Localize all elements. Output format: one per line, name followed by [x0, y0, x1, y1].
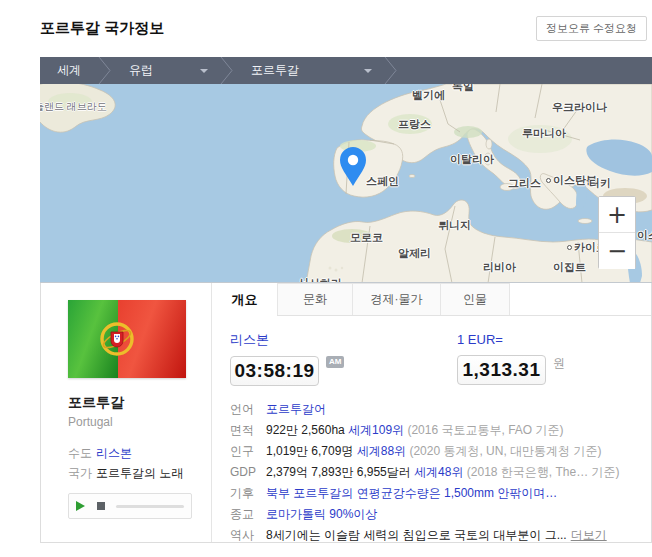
fact-text: (2018 한국은행, The… 기준): [463, 465, 619, 479]
meridiem-badge: AM: [326, 356, 344, 368]
map-label: 그리스: [508, 176, 541, 191]
tab-bar: 개요문화경제·물가인물: [212, 283, 651, 316]
map-label: 리비아: [483, 260, 516, 275]
breadcrumb-label: 세계: [57, 62, 81, 79]
fact-value: 로마가톨릭 90%이상: [266, 504, 377, 525]
zoom-in-button[interactable]: +: [599, 197, 635, 233]
map-label: 알제리: [398, 246, 431, 261]
audio-progress-bar[interactable]: [116, 505, 184, 508]
chevron-down-icon: [364, 69, 372, 73]
local-time-block: 리스본 03:58:19 AM: [230, 330, 457, 386]
country-overview-column: 개요문화경제·물가인물 리스본 03:58:19 AM 1 EUR= 1,313…: [211, 283, 651, 542]
fact-link[interactable]: 포르투갈어: [266, 402, 326, 416]
fact-value: 2,379억 7,893만 6,955달러 세계48위 (2018 한국은행, …: [266, 462, 620, 483]
fact-label: 역사: [230, 525, 266, 546]
exchange-rate-display: 1,313.31: [457, 355, 546, 385]
currency-unit: 원: [553, 355, 565, 372]
stop-button[interactable]: [97, 502, 105, 510]
country-meta: 수도리스본 국가포르투갈의 노래: [68, 443, 196, 483]
country-name-en: Portugal: [68, 415, 211, 429]
tab-culture[interactable]: 문화: [277, 283, 352, 315]
zoom-out-button[interactable]: −: [599, 233, 635, 269]
country-detail-panel: 포르투갈 Portugal 수도리스본 국가포르투갈의 노래 개요문화경제·물가…: [40, 283, 652, 543]
breadcrumb: 세계유럽포르투갈: [40, 57, 652, 84]
fact-row: 면적922만 2,560ha 세계109위 (2016 국토교통부, FAO 기…: [230, 420, 651, 441]
map-label: 이탈리아: [450, 152, 494, 167]
map-label: 프랑스: [398, 117, 431, 132]
map-label: 이집트: [553, 260, 586, 275]
page-header: 포르투갈 국가정보 정보오류 수정요청: [40, 14, 652, 42]
capital-time-link[interactable]: 리스본: [230, 331, 269, 349]
more-link[interactable]: 더보기: [571, 528, 607, 542]
fact-row: 역사8세기에는 이슬람 세력의 침입으로 국토의 대부분이 그...더보기: [230, 525, 651, 546]
map-zoom-control: + −: [598, 196, 636, 269]
report-error-button[interactable]: 정보오류 수정요청: [536, 16, 647, 41]
map-label: 이스라엘: [637, 228, 652, 243]
breadcrumb-item-europe[interactable]: 유럽: [112, 57, 220, 84]
local-time-display: 03:58:19: [230, 356, 319, 386]
capital-link[interactable]: 리스본: [96, 446, 132, 460]
breadcrumb-label: 포르투갈: [251, 62, 299, 79]
fact-label: 면적: [230, 420, 266, 441]
map-label: 벨기에: [412, 88, 445, 103]
fact-row: GDP2,379억 7,893만 6,955달러 세계48위 (2018 한국은…: [230, 462, 651, 483]
fact-value: 북부 포르투갈의 연평균강수량은 1,500mm 안팎이며…: [266, 483, 557, 504]
fact-value: 1,019만 6,709명 세계88위 (2020 통계청, UN, 대만통계청…: [266, 441, 601, 462]
fact-row: 기후북부 포르투갈의 연평균강수량은 1,500mm 안팎이며…: [230, 483, 651, 504]
time-currency-row: 리스본 03:58:19 AM 1 EUR= 1,313.31 원: [230, 330, 651, 386]
world-map[interactable]: 뉴펀들랜드 래브라도벨기에독일프랑스우크라이나루마니아이탈리아스페인그리스이스탄…: [40, 84, 652, 283]
city-marker-icon: [567, 245, 572, 250]
fact-text: 8세기에는 이슬람 세력의 침입으로 국토의 대부분이 그...: [266, 528, 567, 542]
country-info-page: 포르투갈 국가정보 정보오류 수정요청 세계유럽포르투갈: [0, 0, 652, 557]
fact-value: 8세기에는 이슬람 세력의 침입으로 국토의 대부분이 그...더보기: [266, 525, 607, 546]
tab-economy[interactable]: 경제·물가: [352, 283, 440, 315]
breadcrumb-item-world[interactable]: 세계: [40, 57, 98, 84]
currency-rate-link[interactable]: 1 EUR=: [457, 332, 503, 347]
tab-bar-filler: [510, 283, 651, 315]
fact-row: 언어포르투갈어: [230, 399, 651, 420]
tab-overview[interactable]: 개요: [212, 283, 277, 316]
country-summary-column: 포르투갈 Portugal 수도리스본 국가포르투갈의 노래: [41, 283, 211, 542]
location-pin-icon: [338, 145, 368, 187]
overview-content: 리스본 03:58:19 AM 1 EUR= 1,313.31 원: [212, 316, 651, 546]
map-label: 튀니지: [438, 218, 471, 233]
fact-label: GDP: [230, 462, 266, 483]
map-label: 터키: [589, 176, 611, 191]
fact-row: 종교로마가톨릭 90%이상: [230, 504, 651, 525]
tab-people[interactable]: 인물: [440, 283, 510, 315]
fact-text: (2020 통계청, UN, 대만통계청 기준): [406, 444, 601, 458]
breadcrumb-label: 유럽: [129, 62, 153, 79]
fact-row: 인구1,019만 6,709명 세계88위 (2020 통계청, UN, 대만통…: [230, 441, 651, 462]
map-label: 우크라이나: [552, 100, 607, 115]
map-label: 스페인: [366, 174, 399, 189]
map-label: 루마니아: [522, 126, 566, 141]
fact-link[interactable]: 북부 포르투갈의 연평균강수량은 1,500mm 안팎이며…: [266, 486, 557, 500]
fact-label: 기후: [230, 483, 266, 504]
breadcrumb-separator-icon: [220, 57, 234, 84]
fact-label: 종교: [230, 504, 266, 525]
fact-value: 포르투갈어: [266, 399, 326, 420]
map-label: 서사하라: [298, 276, 342, 283]
map-label: 뉴펀들랜드 래브라도: [40, 100, 107, 114]
fact-label: 인구: [230, 441, 266, 462]
breadcrumb-separator-icon: [384, 57, 398, 84]
fact-text: 922만 2,560ha: [266, 423, 348, 437]
fact-link[interactable]: 로마가톨릭 90%이상: [266, 507, 377, 521]
fact-link[interactable]: 세계109위: [348, 423, 404, 437]
fact-text: 2,379억 7,893만 6,955달러: [266, 465, 414, 479]
fact-value: 922만 2,560ha 세계109위 (2016 국토교통부, FAO 기준): [266, 420, 563, 441]
anthem-audio-player: [68, 493, 192, 519]
country-name-ko: 포르투갈: [68, 394, 211, 412]
map-label: 모로코: [350, 230, 383, 245]
fact-label: 언어: [230, 399, 266, 420]
flag-emblem: [97, 319, 137, 359]
fact-text: 1,019만 6,709명: [266, 444, 357, 458]
breadcrumb-item-portugal[interactable]: 포르투갈: [234, 57, 384, 84]
play-button[interactable]: [76, 501, 85, 511]
fact-link[interactable]: 세계48위: [414, 465, 463, 479]
map-label: 독일: [452, 84, 474, 94]
chevron-down-icon: [200, 69, 208, 73]
city-marker-icon: [546, 178, 551, 183]
fact-link[interactable]: 세계88위: [357, 444, 406, 458]
fact-list: 언어포르투갈어면적922만 2,560ha 세계109위 (2016 국토교통부…: [230, 399, 651, 546]
